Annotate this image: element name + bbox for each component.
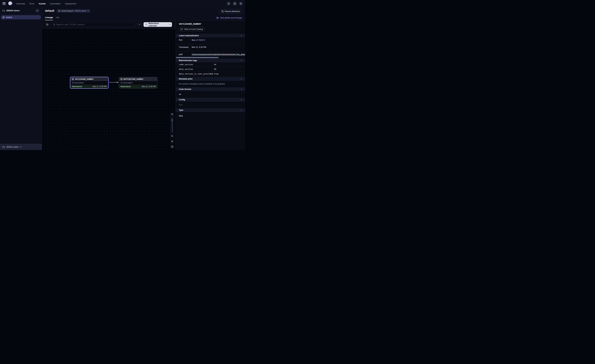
chevron-down-icon: ▼ xyxy=(241,35,242,36)
view-global-asset-lineage-link[interactable]: View global asset lineage xyxy=(217,17,242,19)
folder-icon xyxy=(2,146,5,148)
section-heading: Code Version xyxy=(179,88,191,90)
section-materialization-tags[interactable]: Materialization tags ▼ xyxy=(176,59,245,62)
config-value: Any xyxy=(176,101,245,108)
reload-definitions-button[interactable]: Reload definitions xyxy=(219,9,242,14)
refresh-icon[interactable]: ⟳ xyxy=(20,146,22,148)
materialize-options-caret[interactable]: ▼ xyxy=(168,22,172,27)
asset-description: No description xyxy=(119,81,157,85)
nav-item-deployment[interactable]: Deployment xyxy=(65,2,76,5)
zoom-in-button[interactable] xyxy=(170,112,174,116)
nav-item-automation[interactable]: Automation xyxy=(50,2,61,5)
row-value: Run ef7800f2 xyxy=(190,37,245,44)
zoom-slider[interactable] xyxy=(170,116,174,134)
materialize-selected-button[interactable]: Materialize selected ▼ xyxy=(143,22,172,27)
table-icon xyxy=(120,78,122,80)
tag-key: data_version xyxy=(176,67,212,71)
zoom-in-icon xyxy=(171,113,173,115)
tag-value: 20 xyxy=(212,67,216,71)
nav-item-runs[interactable]: Runs xyxy=(29,2,34,5)
sidebar-footer-repo[interactable]: 250321-dvers ⟳ xyxy=(0,144,42,150)
row-value: Mar 21, 5:25 PM xyxy=(190,44,245,52)
materialized-timestamp: Mar 21, 5:25 PM xyxy=(142,85,156,88)
type-value: Any xyxy=(176,112,245,119)
svg-text:?: ? xyxy=(234,3,235,4)
materialized-status: Materialized xyxy=(72,85,82,88)
zoom-slider-thumb[interactable] xyxy=(171,119,173,121)
section-heading: Materialization tags xyxy=(179,59,197,62)
materialize-selected-label: Materialize selected xyxy=(149,22,166,27)
toggle-sidebar-button[interactable] xyxy=(45,22,50,27)
asset-description: No description xyxy=(70,81,108,85)
table-row-run: Run Run ef7800f2 xyxy=(176,37,245,44)
asset-name: multiplied_number xyxy=(123,78,143,80)
main-area: default Asset Group in 250321-dvers ⟳ xyxy=(42,7,245,150)
panel-expand-icon xyxy=(46,24,49,25)
page-header: default Asset Group in 250321-dvers ⟳ xyxy=(42,7,245,21)
lineage-canvas[interactable]: versioned_number No description Material… xyxy=(42,28,176,150)
reload-definitions-label: Reload definitions xyxy=(225,10,240,13)
tag-value: true xyxy=(212,71,219,76)
view-in-asset-catalog-button[interactable]: View in Asset Catalog xyxy=(179,27,205,31)
materialized-timestamp: Mar 21, 5:25 PM xyxy=(93,85,107,88)
search-input[interactable] xyxy=(57,23,134,26)
sidebar-repo-row[interactable]: 250321-dvers 1 xyxy=(0,7,42,14)
refresh-icon[interactable]: ⟳ xyxy=(87,10,89,12)
lineage-icon xyxy=(217,17,219,19)
tag-row: data_version_is_user_provided true xyxy=(176,71,245,76)
section-heading: Config xyxy=(179,98,185,101)
view-tabs: Lineage List xyxy=(45,16,59,20)
tag-key: code_version xyxy=(176,62,212,67)
chip-repo-link[interactable]: 250321-dvers xyxy=(75,10,86,12)
refresh-graph-button[interactable]: ⟳ xyxy=(137,22,142,27)
download-image-button[interactable] xyxy=(170,145,174,148)
materialized-status: Materialized xyxy=(120,85,131,88)
table-row-timestamp: Timestamp Mar 21, 5:25 PM xyxy=(176,44,245,52)
nav-item-assets[interactable]: Assets xyxy=(39,2,46,5)
dagster-logo[interactable] xyxy=(8,1,13,6)
chevron-down-icon: ▼ xyxy=(241,89,242,90)
section-code-version[interactable]: Code Version ▼ xyxy=(176,87,245,91)
asset-name: versioned_number xyxy=(75,78,94,80)
tag-value: v4 xyxy=(212,62,216,67)
tag-key: data_version_is_user_provided xyxy=(176,71,212,76)
hamburger-menu-icon[interactable] xyxy=(2,2,6,5)
external-link-icon xyxy=(181,28,183,30)
chevron-down-icon: ▼ xyxy=(241,99,242,100)
tab-list[interactable]: List xyxy=(56,16,59,20)
sidebar-item-label: default xyxy=(6,16,12,18)
table-icon xyxy=(72,78,74,80)
search-button[interactable] xyxy=(227,1,231,6)
asset-group-chip[interactable]: Asset Group in 250321-dvers ⟳ xyxy=(57,9,91,13)
chip-text: Asset Group in xyxy=(61,10,74,12)
nav-item-overview[interactable]: Overview xyxy=(16,2,25,5)
chevron-down-icon: ▼ xyxy=(241,110,242,111)
chevron-down-icon: ▼ xyxy=(241,60,242,61)
settings-button[interactable]: ⚙ xyxy=(239,1,243,6)
table-row-path: path /Users/smackesey/stm/code/elementl/… xyxy=(176,52,245,56)
help-button[interactable]: ? xyxy=(233,1,237,6)
folder-icon xyxy=(2,9,5,12)
asset-group-icon xyxy=(58,10,60,12)
section-latest-materialization[interactable]: Latest materialization ▼ xyxy=(176,34,245,37)
lineage-edge-arrow xyxy=(109,81,119,84)
graph-settings-button[interactable]: ⚙ xyxy=(170,140,174,143)
section-config[interactable]: Config ▼ xyxy=(176,98,245,101)
sidebar-item-default-group[interactable]: default xyxy=(1,15,41,19)
asset-node-versioned-number[interactable]: versioned_number No description Material… xyxy=(70,77,109,89)
run-id-link[interactable]: ef7800f2 xyxy=(196,39,205,41)
scrollbar-thumb[interactable] xyxy=(176,57,219,58)
asset-node-multiplied-number[interactable]: multiplied_number No description Materia… xyxy=(119,77,157,88)
primary-nav: Overview Runs Assets Automation Deployme… xyxy=(16,2,76,5)
metadata-plots-empty-message: No numeric metadata entries available to… xyxy=(176,81,245,87)
tab-lineage[interactable]: Lineage xyxy=(45,16,53,20)
lineage-graph-column: ⟳ Materialize selected xyxy=(42,21,176,150)
section-type[interactable]: Type ▼ xyxy=(176,108,245,112)
footer-repo-name: 250321-dvers xyxy=(6,146,19,148)
asset-search-box xyxy=(51,22,135,27)
section-metadata-plots[interactable]: Metadata plots ▼ xyxy=(176,77,245,81)
download-icon xyxy=(171,146,173,148)
code-version-value: v4 xyxy=(176,91,245,98)
zoom-out-button[interactable] xyxy=(170,134,174,138)
path-link[interactable]: /Users/smackesey/stm/code/elementl/exper… xyxy=(192,53,245,56)
